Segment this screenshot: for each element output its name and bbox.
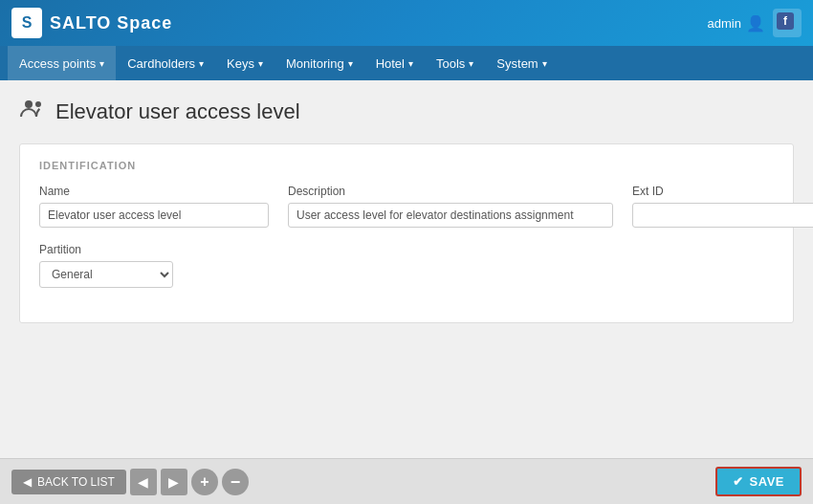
nav-hotel[interactable]: Hotel ▾ — [364, 46, 425, 80]
next-button[interactable]: ▶ — [161, 469, 187, 495]
header: S SALTO Space admin 👤 ⬇ f — [0, 0, 813, 46]
main-content: Elevator user access level IDENTIFICATIO… — [0, 80, 813, 458]
partition-group: Partition General — [39, 243, 173, 288]
nav-cardholders-label: Cardholders — [127, 56, 195, 71]
page-title-icon — [19, 96, 46, 128]
description-input[interactable] — [288, 203, 613, 228]
add-button[interactable]: + — [191, 469, 218, 495]
nav-system-label: System — [496, 56, 538, 71]
footer-toolbar: ◀ BACK TO LIST ◀ ▶ + − ✔ SAVE — [0, 458, 813, 504]
nav-cardholders[interactable]: Cardholders ▾ — [116, 46, 215, 80]
page-title: Elevator user access level — [55, 99, 300, 124]
description-group: Description — [288, 185, 613, 228]
nav-keys[interactable]: Keys ▾ — [215, 46, 275, 80]
section-identification-label: IDENTIFICATION — [39, 160, 774, 171]
nav-access-points-label: Access points — [19, 56, 96, 71]
logo-name: SALTO Space — [50, 13, 172, 33]
chevron-down-icon: ▾ — [258, 58, 263, 69]
nav-monitoring-label: Monitoring — [286, 56, 344, 71]
remove-button[interactable]: − — [222, 469, 249, 495]
footer-left-controls: ◀ BACK TO LIST ◀ ▶ + − — [11, 469, 249, 495]
ext-id-label: Ext ID — [632, 185, 813, 198]
form-row-bottom: Partition General — [39, 243, 774, 288]
back-icon: ◀ — [23, 475, 32, 489]
form-row-top: Name Description Ext ID — [39, 185, 774, 228]
identification-card: IDENTIFICATION Name Description Ext ID P… — [19, 143, 794, 323]
name-input[interactable] — [39, 203, 269, 228]
description-label: Description — [288, 185, 613, 198]
nav-keys-label: Keys — [227, 56, 254, 71]
nav-monitoring[interactable]: Monitoring ▾ — [275, 46, 364, 80]
user-icon: 👤 — [746, 14, 765, 33]
name-group: Name — [39, 185, 269, 228]
header-user: admin 👤 — [708, 14, 765, 33]
admin-label: admin — [708, 16, 741, 31]
nav-tools[interactable]: Tools ▾ — [425, 46, 485, 80]
nav-tools-label: Tools — [436, 56, 465, 71]
partition-label: Partition — [39, 243, 173, 256]
logo-icon: S — [11, 8, 42, 38]
nav-access-points[interactable]: Access points ▾ — [8, 46, 116, 80]
back-to-list-label: BACK TO LIST — [37, 475, 115, 489]
ext-id-group: Ext ID — [632, 185, 813, 228]
nav-hotel-label: Hotel — [376, 56, 405, 71]
chevron-down-icon: ▾ — [469, 58, 473, 69]
svg-point-0 — [25, 100, 33, 108]
remove-icon: − — [231, 473, 241, 491]
back-to-list-button[interactable]: ◀ BACK TO LIST — [11, 470, 126, 494]
save-check-icon: ✔ — [733, 474, 744, 489]
prev-button[interactable]: ◀ — [130, 469, 157, 495]
header-right: admin 👤 ⬇ f — [708, 9, 802, 37]
chevron-down-icon: ▾ — [542, 58, 547, 69]
logo: S SALTO Space — [11, 8, 172, 38]
partition-select[interactable]: General — [39, 261, 173, 288]
next-icon: ▶ — [168, 474, 179, 490]
navbar: Access points ▾ Cardholders ▾ Keys ▾ Mon… — [0, 46, 813, 80]
svg-point-1 — [35, 101, 41, 107]
page-title-section: Elevator user access level — [19, 96, 794, 128]
chevron-down-icon: ▾ — [408, 58, 413, 69]
chevron-down-icon: ▾ — [199, 58, 204, 69]
ext-id-input[interactable] — [632, 203, 813, 228]
save-button[interactable]: ✔ SAVE — [715, 467, 802, 496]
add-icon: + — [200, 473, 209, 491]
save-label: SAVE — [750, 474, 784, 489]
prev-icon: ◀ — [138, 474, 148, 490]
name-label: Name — [39, 185, 269, 198]
facebook-icon: f — [777, 12, 794, 30]
nav-system[interactable]: System ▾ — [485, 46, 558, 80]
chevron-down-icon: ▾ — [348, 58, 353, 69]
chevron-down-icon: ▾ — [99, 58, 104, 69]
